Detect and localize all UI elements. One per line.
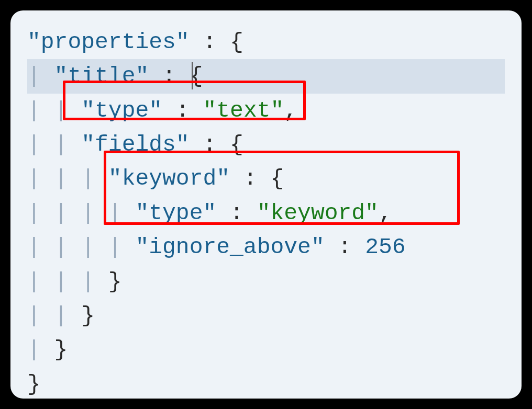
code-line: | | | "keyword" : { xyxy=(27,162,505,196)
indent-guide: | xyxy=(27,333,54,367)
json-key: "title" xyxy=(54,59,149,93)
json-comma: , xyxy=(379,196,392,230)
json-key: "keyword" xyxy=(108,162,230,196)
code-line: | | "fields" : { xyxy=(27,128,505,162)
json-brace: { xyxy=(271,162,284,196)
json-number-value: 256 xyxy=(365,230,405,264)
json-separator: : xyxy=(216,196,257,230)
json-brace: } xyxy=(54,333,68,367)
indent-guide: | | xyxy=(27,94,81,128)
json-comma: , xyxy=(284,94,297,128)
json-brace: { xyxy=(230,128,243,162)
json-key: "fields" xyxy=(81,128,189,162)
json-brace: } xyxy=(108,265,122,299)
json-key: "type" xyxy=(135,196,216,230)
indent-guide: | | | | xyxy=(27,196,135,230)
indent-guide: | | | xyxy=(27,162,108,196)
json-key: "properties" xyxy=(27,25,190,59)
code-line: | | | | "ignore_above" : 256 xyxy=(27,230,505,264)
code-line: | | | | "type" : "keyword", xyxy=(27,196,505,230)
code-line: "properties" : { xyxy=(27,25,505,59)
code-line: | | } xyxy=(27,299,505,333)
json-key: "ignore_above" xyxy=(135,230,324,264)
json-key: "type" xyxy=(81,94,162,128)
json-brace: } xyxy=(27,367,41,399)
code-line: } xyxy=(27,367,505,399)
indent-guide: | | xyxy=(27,299,81,333)
code-editor-panel: "properties" : { | "title" : { | | "type… xyxy=(10,10,522,399)
indent-guide: | | | xyxy=(27,265,108,299)
json-string-value: "text" xyxy=(203,94,284,128)
text-cursor xyxy=(192,62,193,89)
json-separator: : xyxy=(190,25,230,59)
indent-guide: | | xyxy=(27,128,81,162)
json-separator: : xyxy=(325,230,365,264)
json-separator: : xyxy=(190,128,230,162)
json-brace: } xyxy=(81,299,95,333)
code-line: | } xyxy=(27,333,505,367)
json-brace: { xyxy=(230,25,243,59)
json-separator: : xyxy=(230,162,270,196)
indent-guide: | | | | xyxy=(27,230,135,264)
json-string-value: "keyword" xyxy=(257,196,379,230)
json-separator: : xyxy=(149,59,189,93)
code-line: | | | } xyxy=(27,265,505,299)
code-line-highlighted: | "title" : { xyxy=(27,59,505,93)
indent-guide: | xyxy=(27,59,54,93)
json-separator: : xyxy=(162,94,203,128)
code-line: | | "type" : "text", xyxy=(27,94,505,128)
